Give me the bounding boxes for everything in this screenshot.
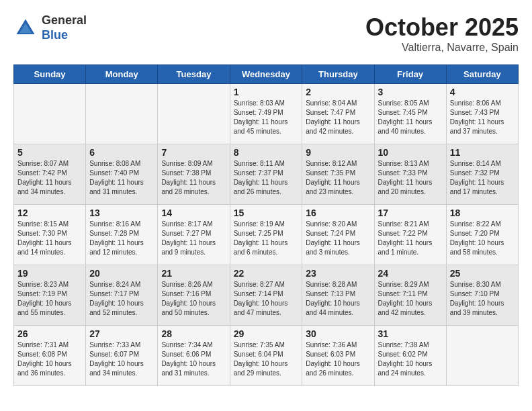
day-info: Sunrise: 8:15 AMSunset: 7:30 PMDaylight:…	[17, 220, 82, 257]
day-info: Sunrise: 8:21 AMSunset: 7:22 PMDaylight:…	[378, 220, 443, 257]
calendar-day-10: 10Sunrise: 8:13 AMSunset: 7:33 PMDayligh…	[374, 144, 446, 205]
day-info: Sunrise: 8:27 AMSunset: 7:14 PMDaylight:…	[234, 280, 299, 318]
day-info: Sunrise: 8:29 AMSunset: 7:11 PMDaylight:…	[378, 280, 443, 318]
weekday-monday: Monday	[86, 65, 158, 84]
day-info: Sunrise: 8:16 AMSunset: 7:28 PMDaylight:…	[89, 220, 154, 257]
weekday-saturday: Saturday	[446, 65, 518, 84]
day-number: 19	[17, 268, 82, 279]
day-number: 23	[306, 268, 370, 279]
day-number: 7	[161, 147, 226, 158]
day-info: Sunrise: 8:04 AMSunset: 7:47 PMDaylight:…	[306, 99, 370, 136]
calendar-day-23: 23Sunrise: 8:28 AMSunset: 7:13 PMDayligh…	[302, 265, 374, 326]
day-number: 14	[161, 208, 226, 218]
day-number: 10	[378, 147, 443, 158]
empty-cell	[158, 84, 230, 144]
calendar-day-27: 27Sunrise: 7:33 AMSunset: 6:07 PMDayligh…	[86, 326, 158, 386]
day-number: 3	[378, 87, 443, 97]
calendar-day-13: 13Sunrise: 8:16 AMSunset: 7:28 PMDayligh…	[86, 205, 158, 265]
calendar-day-8: 8Sunrise: 8:11 AMSunset: 7:37 PMDaylight…	[230, 144, 302, 205]
day-info: Sunrise: 8:06 AMSunset: 7:43 PMDaylight:…	[450, 99, 515, 136]
day-info: Sunrise: 8:23 AMSunset: 7:19 PMDaylight:…	[17, 280, 82, 318]
logo: General Blue	[13, 13, 87, 42]
day-number: 11	[450, 147, 515, 158]
calendar-day-1: 1Sunrise: 8:03 AMSunset: 7:49 PMDaylight…	[230, 84, 302, 144]
day-number: 8	[234, 147, 299, 158]
day-number: 28	[161, 328, 226, 339]
calendar-day-21: 21Sunrise: 8:26 AMSunset: 7:16 PMDayligh…	[158, 265, 230, 326]
calendar-day-28: 28Sunrise: 7:34 AMSunset: 6:06 PMDayligh…	[158, 326, 230, 386]
calendar-day-25: 25Sunrise: 8:30 AMSunset: 7:10 PMDayligh…	[446, 265, 518, 326]
day-number: 29	[234, 328, 299, 339]
calendar-day-24: 24Sunrise: 8:29 AMSunset: 7:11 PMDayligh…	[374, 265, 446, 326]
calendar-day-11: 11Sunrise: 8:14 AMSunset: 7:32 PMDayligh…	[446, 144, 518, 205]
day-info: Sunrise: 8:22 AMSunset: 7:20 PMDaylight:…	[450, 220, 515, 257]
weekday-tuesday: Tuesday	[158, 65, 230, 84]
weekday-friday: Friday	[374, 65, 446, 84]
day-number: 24	[378, 268, 443, 279]
day-number: 4	[450, 87, 515, 97]
calendar-day-31: 31Sunrise: 7:38 AMSunset: 6:02 PMDayligh…	[374, 326, 446, 386]
location: Valtierra, Navarre, Spain	[365, 42, 519, 54]
calendar-day-22: 22Sunrise: 8:27 AMSunset: 7:14 PMDayligh…	[230, 265, 302, 326]
day-info: Sunrise: 7:35 AMSunset: 6:04 PMDaylight:…	[234, 340, 299, 378]
calendar-day-5: 5Sunrise: 8:07 AMSunset: 7:42 PMDaylight…	[14, 144, 86, 205]
calendar-day-4: 4Sunrise: 8:06 AMSunset: 7:43 PMDaylight…	[446, 84, 518, 144]
weekday-thursday: Thursday	[302, 65, 374, 84]
day-info: Sunrise: 8:07 AMSunset: 7:42 PMDaylight:…	[17, 159, 82, 197]
day-info: Sunrise: 8:13 AMSunset: 7:33 PMDaylight:…	[378, 159, 443, 197]
day-info: Sunrise: 8:03 AMSunset: 7:49 PMDaylight:…	[234, 99, 299, 136]
day-info: Sunrise: 8:17 AMSunset: 7:27 PMDaylight:…	[161, 220, 226, 257]
day-number: 22	[234, 268, 299, 279]
day-info: Sunrise: 8:28 AMSunset: 7:13 PMDaylight:…	[306, 280, 370, 318]
day-info: Sunrise: 7:31 AMSunset: 6:08 PMDaylight:…	[17, 340, 82, 378]
calendar-day-17: 17Sunrise: 8:21 AMSunset: 7:22 PMDayligh…	[374, 205, 446, 265]
calendar-day-16: 16Sunrise: 8:20 AMSunset: 7:24 PMDayligh…	[302, 205, 374, 265]
calendar-day-18: 18Sunrise: 8:22 AMSunset: 7:20 PMDayligh…	[446, 205, 518, 265]
day-info: Sunrise: 8:26 AMSunset: 7:16 PMDaylight:…	[161, 280, 226, 318]
month-title: October 2025	[365, 13, 519, 42]
day-info: Sunrise: 8:24 AMSunset: 7:17 PMDaylight:…	[89, 280, 154, 318]
day-info: Sunrise: 7:33 AMSunset: 6:07 PMDaylight:…	[89, 340, 154, 378]
day-info: Sunrise: 7:34 AMSunset: 6:06 PMDaylight:…	[161, 340, 226, 378]
day-info: Sunrise: 8:12 AMSunset: 7:35 PMDaylight:…	[306, 159, 370, 197]
day-number: 16	[306, 208, 370, 218]
day-info: Sunrise: 8:19 AMSunset: 7:25 PMDaylight:…	[234, 220, 299, 257]
calendar-body: 1Sunrise: 8:03 AMSunset: 7:49 PMDaylight…	[14, 84, 519, 386]
logo-text: General Blue	[42, 13, 87, 42]
empty-cell	[446, 326, 518, 386]
day-number: 20	[89, 268, 154, 279]
page-header: General Blue October 2025 Valtierra, Nav…	[13, 13, 519, 54]
calendar-day-7: 7Sunrise: 8:09 AMSunset: 7:38 PMDaylight…	[158, 144, 230, 205]
day-number: 26	[17, 328, 82, 339]
calendar-day-29: 29Sunrise: 7:35 AMSunset: 6:04 PMDayligh…	[230, 326, 302, 386]
day-number: 6	[89, 147, 154, 158]
calendar-day-19: 19Sunrise: 8:23 AMSunset: 7:19 PMDayligh…	[14, 265, 86, 326]
calendar-day-2: 2Sunrise: 8:04 AMSunset: 7:47 PMDaylight…	[302, 84, 374, 144]
day-number: 12	[17, 208, 82, 218]
empty-cell	[86, 84, 158, 144]
calendar-day-26: 26Sunrise: 7:31 AMSunset: 6:08 PMDayligh…	[14, 326, 86, 386]
logo-icon	[13, 16, 38, 40]
calendar-day-30: 30Sunrise: 7:36 AMSunset: 6:03 PMDayligh…	[302, 326, 374, 386]
calendar-day-14: 14Sunrise: 8:17 AMSunset: 7:27 PMDayligh…	[158, 205, 230, 265]
calendar-day-12: 12Sunrise: 8:15 AMSunset: 7:30 PMDayligh…	[14, 205, 86, 265]
day-number: 17	[378, 208, 443, 218]
day-info: Sunrise: 8:30 AMSunset: 7:10 PMDaylight:…	[450, 280, 515, 318]
day-info: Sunrise: 8:08 AMSunset: 7:40 PMDaylight:…	[89, 159, 154, 197]
calendar-day-20: 20Sunrise: 8:24 AMSunset: 7:17 PMDayligh…	[86, 265, 158, 326]
day-number: 1	[234, 87, 299, 97]
day-info: Sunrise: 7:38 AMSunset: 6:02 PMDaylight:…	[378, 340, 443, 378]
weekday-header-row: SundayMondayTuesdayWednesdayThursdayFrid…	[14, 65, 519, 84]
calendar-table: SundayMondayTuesdayWednesdayThursdayFrid…	[13, 64, 519, 386]
weekday-sunday: Sunday	[14, 65, 86, 84]
day-info: Sunrise: 8:11 AMSunset: 7:37 PMDaylight:…	[234, 159, 299, 197]
day-number: 18	[450, 208, 515, 218]
day-number: 27	[89, 328, 154, 339]
day-number: 30	[306, 328, 370, 339]
calendar-week-3: 12Sunrise: 8:15 AMSunset: 7:30 PMDayligh…	[14, 205, 519, 265]
calendar-week-2: 5Sunrise: 8:07 AMSunset: 7:42 PMDaylight…	[14, 144, 519, 205]
day-number: 2	[306, 87, 370, 97]
calendar-day-6: 6Sunrise: 8:08 AMSunset: 7:40 PMDaylight…	[86, 144, 158, 205]
empty-cell	[14, 84, 86, 144]
calendar-day-9: 9Sunrise: 8:12 AMSunset: 7:35 PMDaylight…	[302, 144, 374, 205]
